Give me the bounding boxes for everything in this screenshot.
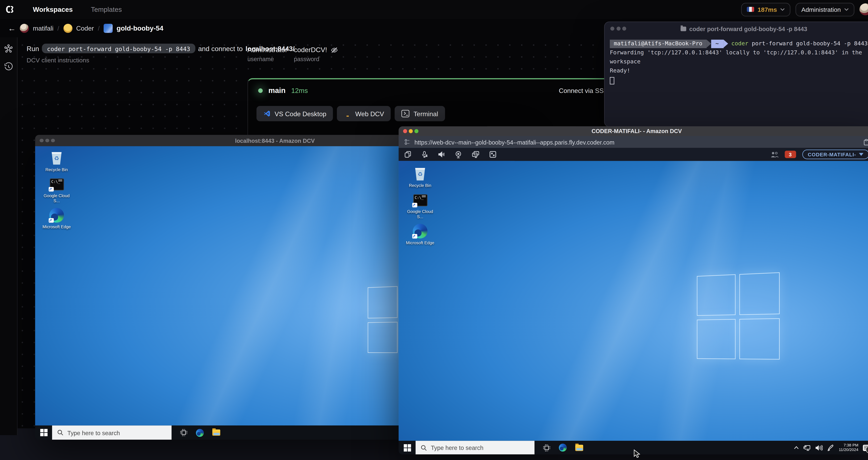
desktop-icon-edge[interactable]: Microsoft Edge (405, 224, 435, 245)
close-button[interactable] (403, 129, 407, 133)
taskbar-search-box[interactable]: Type here to search (52, 425, 172, 440)
clock[interactable]: 7:38 PM 11/20/2024 (839, 443, 859, 452)
workspace-thumbnail (103, 24, 113, 32)
web-dcv-button-label: Web DCV (355, 110, 384, 117)
port-forward-command[interactable]: coder port-forward gold-booby-54 -p 8443 (42, 44, 195, 53)
icon-label: Google Cloud S... (405, 209, 435, 219)
desktop-icon-recycle-bin[interactable]: ♻ Recycle Bin (41, 151, 72, 172)
file-explorer-button[interactable] (212, 429, 220, 436)
tray-date-value: 11/20/2024 (839, 448, 859, 453)
minimize-button[interactable] (409, 129, 412, 133)
vscode-desktop-button[interactable]: VS Code Desktop (256, 106, 333, 121)
desktop-icon-recycle-bin[interactable]: ♻ Recycle Bin (405, 167, 435, 188)
username-value[interactable]: Administrator (247, 46, 287, 54)
mouse-cursor (633, 449, 641, 458)
icon-label: Microsoft Edge (406, 240, 434, 245)
window-traffic-lights[interactable] (610, 27, 626, 31)
fullscreen-icon[interactable] (489, 151, 496, 158)
edge-taskbar-button[interactable] (196, 429, 204, 436)
url-text[interactable]: https://web-dcv--main--gold-booby-54--ma… (414, 139, 614, 145)
windows-logo-wallpaper (697, 272, 780, 360)
edge-taskbar-button[interactable] (559, 444, 567, 452)
notification-center-icon[interactable]: 1 (863, 444, 868, 451)
zoom-button[interactable] (414, 129, 418, 133)
taskbar-search-box[interactable]: Type here to search (415, 441, 534, 454)
start-button[interactable] (40, 429, 48, 436)
web-dcv-button[interactable]: Web DCV (337, 106, 391, 121)
username-credential: Administrator username (247, 46, 287, 62)
left-sidebar (0, 37, 18, 435)
window-traffic-lights[interactable] (403, 129, 418, 133)
vscode-icon (264, 110, 271, 117)
command-name: coder (731, 39, 748, 48)
search-placeholder: Type here to search (67, 429, 120, 436)
session-dropdown[interactable]: CODER-MATIFALI- (802, 150, 868, 159)
minimize-button-inactive[interactable] (45, 139, 49, 142)
file-explorer-button[interactable] (575, 444, 583, 451)
collaborators-icon[interactable] (770, 151, 778, 158)
latency-dropdown[interactable]: 187ms (741, 3, 790, 16)
browser-url-bar[interactable]: https://web-dcv--main--gold-booby-54--ma… (399, 136, 868, 148)
dcv-web-titlebar[interactable]: CODER-MATIFALI- - Amazon DCV (399, 126, 868, 136)
prompt-host-segment: matifali@Atifs-MacBook-Pro (610, 39, 706, 48)
back-arrow-icon[interactable]: ← (8, 24, 16, 32)
desktop-icon-google-cloud[interactable]: C:\_ Google Cloud S... (41, 177, 72, 203)
close-button-inactive[interactable] (39, 139, 43, 142)
site-connection-icon (404, 139, 410, 145)
user-avatar[interactable] (860, 3, 868, 15)
terminal-button[interactable]: Terminal (395, 106, 445, 121)
resource-name: main (268, 86, 286, 95)
pen-icon[interactable] (828, 444, 834, 451)
zoom-button-inactive[interactable] (51, 139, 55, 142)
notification-count-badge: 1 (866, 445, 868, 453)
eye-off-icon[interactable] (331, 46, 338, 54)
dcv-toolbar-right: 3 CODER-MATIFALI- (770, 150, 868, 159)
breadcrumb-template[interactable]: Coder (76, 25, 94, 31)
desktop-icon-edge[interactable]: Microsoft Edge (41, 208, 72, 229)
search-icon (57, 429, 63, 436)
terminal-content[interactable]: matifali@Atifs-MacBook-Pro ~ coder port-… (604, 36, 868, 90)
folder-icon (681, 27, 686, 31)
desktop-icon-google-cloud[interactable]: C:\_ Google Cloud S... (405, 193, 435, 219)
task-view-button[interactable] (180, 429, 187, 436)
chevron-down-icon (780, 7, 785, 12)
start-button[interactable] (404, 444, 411, 451)
terminal-titlebar[interactable]: coder port-forward gold-booby-54 -p 8443 (604, 22, 868, 36)
icon-label: Recycle Bin (409, 183, 431, 188)
close-button-inactive[interactable] (610, 27, 614, 31)
nav-templates[interactable]: Templates (91, 5, 122, 13)
dcv-web-window[interactable]: CODER-MATIFALI- - Amazon DCV https://web… (399, 126, 868, 454)
password-value[interactable]: coderDCV! (294, 46, 327, 54)
screen: Workspaces Templates 187ms Administratio… (0, 0, 868, 460)
clipboard-copy-icon[interactable] (404, 151, 412, 158)
icon-label: Google Cloud S... (41, 193, 72, 203)
window-traffic-lights[interactable] (39, 139, 55, 142)
viewers-count-badge[interactable]: 3 (784, 151, 796, 158)
run-prefix: Run (27, 45, 39, 53)
terminal-window-title: coder port-forward gold-booby-54 -p 8443 (689, 26, 807, 32)
administration-dropdown[interactable]: Administration (796, 3, 854, 16)
microphone-muted-icon[interactable] (421, 151, 428, 158)
network-display-icon[interactable] (804, 444, 811, 451)
password-label: password (294, 56, 338, 62)
macos-terminal-window[interactable]: coder port-forward gold-booby-54 -p 8443… (604, 22, 868, 127)
minimize-button-inactive[interactable] (616, 27, 620, 31)
system-tray: 7:38 PM 11/20/2024 1 (794, 443, 868, 452)
multi-monitor-icon[interactable] (472, 151, 479, 158)
speaker-icon[interactable] (438, 151, 445, 158)
webcam-disabled-icon[interactable] (455, 150, 462, 159)
volume-icon[interactable] (815, 444, 823, 451)
history-icon[interactable] (4, 62, 13, 71)
resources-graph-icon[interactable] (4, 44, 13, 53)
top-navbar: Workspaces Templates 187ms Administratio… (0, 0, 868, 19)
tray-chevron-up-icon[interactable] (794, 446, 799, 450)
breadcrumb-workspace: gold-booby-54 (117, 24, 163, 32)
zoom-button-inactive[interactable] (622, 27, 626, 31)
breadcrumb-user[interactable]: matifali (33, 25, 54, 31)
clipboard-icon[interactable] (864, 139, 868, 145)
nav-workspaces[interactable]: Workspaces (33, 5, 73, 13)
windows-desktop[interactable]: ♻ Recycle Bin C:\_ Google Cloud S... Mi (399, 161, 868, 441)
vscode-button-label: VS Code Desktop (275, 110, 327, 117)
coder-logo-icon[interactable] (5, 4, 14, 14)
task-view-button[interactable] (543, 444, 550, 451)
